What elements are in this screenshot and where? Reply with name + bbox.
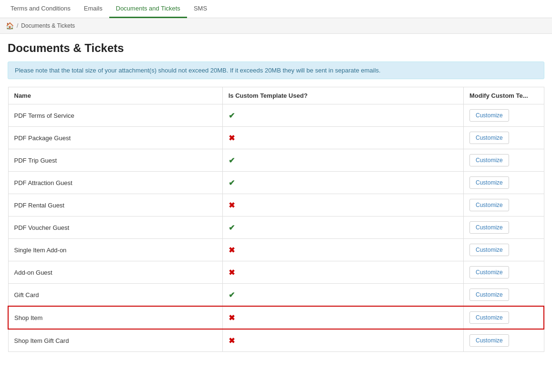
breadcrumb-current: Documents & Tickets [21,22,75,29]
table-body: PDF Terms of Service✔CustomizePDF Packag… [8,104,544,352]
row-modify: Customize [464,261,544,284]
col-header-custom: Is Custom Template Used? [222,87,463,104]
table-row: PDF Rental Guest✖Customize [8,194,544,217]
customize-button[interactable]: Customize [469,109,509,122]
row-custom-flag: ✔ [222,217,463,239]
table-row: PDF Voucher Guest✔Customize [8,217,544,239]
row-modify: Customize [464,172,544,194]
check-icon: ✔ [229,112,235,120]
row-name: Shop Item Gift Card [8,329,222,352]
check-icon: ✔ [229,291,235,299]
row-modify: Customize [464,329,544,352]
table-row: PDF Attraction Guest✔Customize [8,172,544,194]
row-modify: Customize [464,239,544,261]
row-modify: Customize [464,149,544,172]
breadcrumb: 🏠 / Documents & Tickets [0,18,552,34]
row-custom-flag: ✖ [222,261,463,284]
table-row: PDF Trip Guest✔Customize [8,149,544,172]
col-header-name: Name [8,87,222,104]
breadcrumb-home-icon[interactable]: 🏠 [6,22,14,30]
row-custom-flag: ✔ [222,284,463,307]
customize-button[interactable]: Customize [469,176,509,189]
cross-icon: ✖ [229,268,235,277]
row-custom-flag: ✖ [222,306,463,329]
table-row: PDF Terms of Service✔Customize [8,104,544,127]
row-name: Shop Item [8,306,222,329]
customize-button[interactable]: Customize [469,289,509,301]
table-row: Shop Item Gift Card✖Customize [8,329,544,352]
row-name: PDF Trip Guest [8,149,222,172]
row-name: PDF Attraction Guest [8,172,222,194]
tab-terms[interactable]: Terms and Conditions [4,0,77,18]
cross-icon: ✖ [229,201,235,209]
row-name: Add-on Guest [8,261,222,284]
check-icon: ✔ [229,224,235,232]
check-icon: ✔ [229,156,235,165]
row-custom-flag: ✔ [222,149,463,172]
row-name: PDF Rental Guest [8,194,222,217]
row-name: PDF Package Guest [8,127,222,149]
row-custom-flag: ✖ [222,127,463,149]
row-custom-flag: ✖ [222,329,463,352]
tabs-bar: Terms and ConditionsEmailsDocuments and … [0,0,552,18]
row-name: Gift Card [8,284,222,307]
cross-icon: ✖ [229,314,235,322]
row-modify: Customize [464,284,544,307]
customize-button[interactable]: Customize [469,266,509,279]
check-icon: ✔ [229,179,235,187]
row-custom-flag: ✖ [222,239,463,261]
row-modify: Customize [464,127,544,149]
tab-sms[interactable]: SMS [187,0,214,18]
documents-table: Name Is Custom Template Used? Modify Cus… [8,87,544,352]
customize-button[interactable]: Customize [469,154,509,166]
table-header: Name Is Custom Template Used? Modify Cus… [8,87,544,104]
row-modify: Customize [464,217,544,239]
cross-icon: ✖ [229,246,235,254]
table-row: Shop Item✖Customize [8,306,544,329]
customize-button[interactable]: Customize [469,221,509,234]
breadcrumb-separator: / [17,22,18,29]
customize-button[interactable]: Customize [469,199,509,211]
tab-emails[interactable]: Emails [77,0,109,18]
customize-button[interactable]: Customize [469,132,509,144]
tab-documents[interactable]: Documents and Tickets [109,0,187,18]
table-row: Gift Card✔Customize [8,284,544,307]
row-custom-flag: ✖ [222,194,463,217]
row-name: PDF Voucher Guest [8,217,222,239]
customize-button[interactable]: Customize [469,334,509,347]
row-name: PDF Terms of Service [8,104,222,127]
cross-icon: ✖ [229,134,235,142]
customize-button[interactable]: Customize [469,311,509,324]
row-custom-flag: ✔ [222,172,463,194]
table-row: Add-on Guest✖Customize [8,261,544,284]
table-row: Single Item Add-on✖Customize [8,239,544,261]
cross-icon: ✖ [229,337,235,345]
page-content: Documents & Tickets Please note that the… [0,34,552,360]
info-box: Please note that the total size of your … [8,62,544,79]
row-modify: Customize [464,104,544,127]
row-modify: Customize [464,194,544,217]
row-modify: Customize [464,306,544,329]
customize-button[interactable]: Customize [469,244,509,256]
row-name: Single Item Add-on [8,239,222,261]
row-custom-flag: ✔ [222,104,463,127]
col-header-modify: Modify Custom Te... [464,87,544,104]
table-row: PDF Package Guest✖Customize [8,127,544,149]
page-title: Documents & Tickets [8,41,544,55]
